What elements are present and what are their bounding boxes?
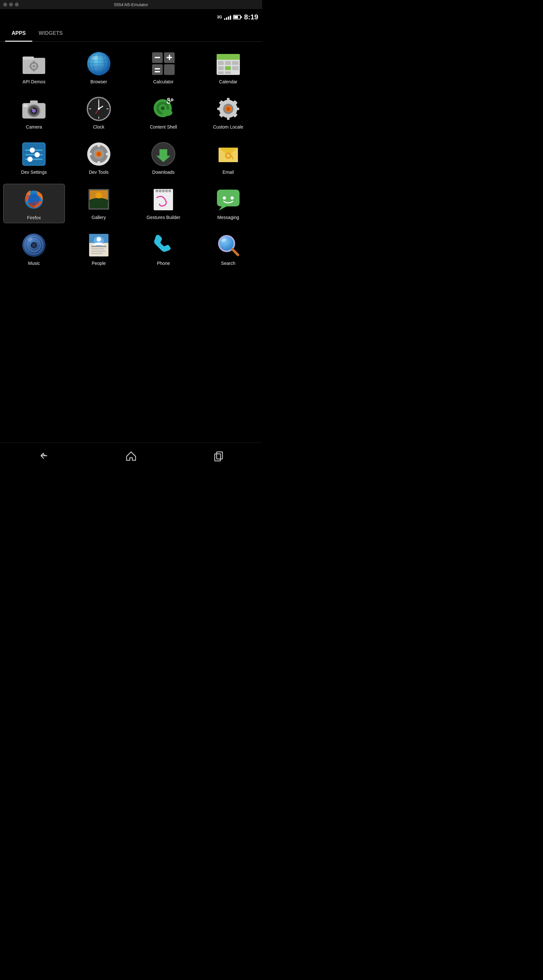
clock-icon	[86, 96, 112, 122]
messaging-icon	[215, 186, 241, 212]
svg-point-68	[171, 99, 173, 100]
svg-marker-144	[127, 452, 136, 460]
svg-rect-6	[33, 70, 35, 72]
gallery-label: Gallery	[92, 215, 106, 220]
svg-rect-8	[37, 65, 38, 67]
content-shell-label: Content Shell	[150, 124, 177, 129]
svg-rect-5	[33, 61, 35, 63]
svg-point-54	[98, 108, 100, 110]
svg-point-42	[31, 108, 33, 110]
camera-icon	[21, 96, 47, 122]
svg-point-87	[35, 152, 40, 157]
app-browser[interactable]: Browser	[68, 48, 130, 87]
app-phone[interactable]: Phone	[133, 230, 194, 269]
calendar-label: Calendar	[219, 79, 237, 84]
window-controls	[3, 3, 19, 6]
svg-point-119	[165, 189, 168, 192]
camera-label: Camera	[26, 124, 42, 129]
signal-bar-4	[230, 16, 231, 20]
custom-locale-label: Custom Locale	[213, 124, 243, 129]
downloads-icon	[151, 141, 176, 167]
email-label: Email	[222, 170, 234, 175]
close-dot[interactable]	[3, 3, 7, 6]
svg-point-120	[168, 189, 171, 192]
app-calendar[interactable]: Calendar	[198, 48, 259, 87]
back-button[interactable]	[34, 446, 53, 465]
app-dev-settings[interactable]: Dev Settings	[3, 138, 65, 177]
search-app-icon	[215, 232, 241, 258]
app-firefox[interactable]: Firefox	[3, 184, 65, 223]
minimize-dot[interactable]	[9, 3, 13, 6]
search-label: Search	[221, 261, 235, 266]
svg-rect-1	[22, 57, 34, 60]
api-demos-label: API Demos	[22, 79, 46, 84]
app-grid: API Demos	[0, 42, 262, 275]
svg-point-88	[27, 157, 33, 162]
app-dev-tools[interactable]: Dev Tools	[68, 138, 130, 177]
app-api-demos[interactable]: API Demos	[3, 48, 65, 87]
app-messaging[interactable]: Messaging	[198, 184, 259, 223]
firefox-label: Firefox	[27, 215, 41, 220]
people-icon	[86, 232, 112, 258]
app-people[interactable]: People	[68, 230, 130, 269]
svg-rect-73	[235, 108, 239, 110]
svg-rect-23	[169, 54, 170, 60]
tab-bar: APPS WIDGETS	[0, 25, 262, 42]
gallery-icon	[86, 186, 112, 212]
recents-button[interactable]	[209, 446, 228, 465]
signal-bars	[224, 14, 231, 20]
svg-point-123	[223, 196, 226, 200]
messaging-label: Messaging	[217, 215, 239, 220]
battery-fill	[234, 16, 238, 18]
svg-rect-145	[217, 452, 222, 459]
calculator-icon	[151, 51, 176, 76]
maximize-dot[interactable]	[15, 3, 19, 6]
svg-rect-71	[227, 116, 230, 120]
app-clock[interactable]: Clock	[68, 93, 130, 132]
tab-apps[interactable]: APPS	[5, 25, 32, 41]
signal-bar-3	[228, 16, 229, 20]
signal-bar-2	[226, 18, 227, 20]
svg-rect-121	[217, 189, 240, 207]
app-email[interactable]: Email	[198, 138, 259, 177]
svg-rect-44	[24, 104, 27, 107]
tab-widgets[interactable]: WIDGETS	[32, 25, 70, 41]
svg-rect-24	[155, 68, 160, 70]
music-icon	[21, 232, 47, 258]
app-downloads[interactable]: Downloads	[133, 138, 194, 177]
svg-rect-32	[218, 66, 224, 70]
svg-point-104	[227, 154, 230, 157]
phone-label: Phone	[157, 261, 170, 266]
svg-point-65	[168, 99, 169, 100]
signal-bar-1	[224, 18, 225, 20]
gestures-builder-label: Gestures Builder	[146, 215, 180, 220]
app-gestures-builder[interactable]: Gestures Builder	[133, 184, 194, 223]
svg-rect-70	[227, 98, 230, 102]
api-demos-icon	[21, 51, 47, 76]
people-label: People	[92, 261, 106, 266]
app-gallery[interactable]: Gallery	[68, 184, 130, 223]
svg-rect-25	[155, 71, 160, 72]
dev-settings-label: Dev Settings	[21, 170, 47, 175]
app-calculator[interactable]: Calculator	[133, 48, 194, 87]
svg-rect-93	[88, 153, 92, 155]
home-button[interactable]	[121, 446, 141, 465]
app-content-shell[interactable]: Content Shell	[133, 93, 194, 132]
phone-icon	[151, 232, 176, 258]
app-music[interactable]: Music	[3, 230, 65, 269]
svg-rect-146	[215, 454, 221, 461]
battery-icon	[233, 15, 241, 19]
browser-label: Browser	[90, 79, 107, 84]
svg-point-117	[159, 189, 161, 192]
app-custom-locale[interactable]: Custom Locale	[198, 93, 259, 132]
app-camera[interactable]: Camera	[3, 93, 65, 132]
svg-point-4	[33, 65, 35, 67]
svg-rect-92	[97, 161, 100, 165]
custom-locale-icon	[215, 96, 241, 122]
svg-rect-19	[152, 64, 163, 75]
svg-point-114	[95, 192, 102, 199]
firefox-icon	[21, 187, 47, 213]
calendar-icon	[215, 51, 241, 76]
svg-point-113	[89, 198, 108, 204]
app-search[interactable]: Search	[198, 230, 259, 269]
